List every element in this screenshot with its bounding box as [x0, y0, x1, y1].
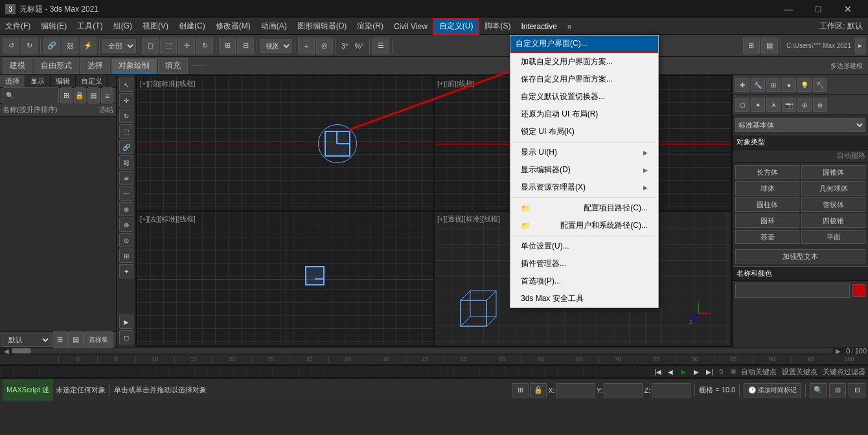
viewport-left[interactable]: [+][左][标准][线框] — [137, 212, 433, 346]
rp-shape[interactable]: ✦ — [751, 98, 765, 112]
coord-toggle[interactable]: ⊞ — [512, 383, 529, 397]
obj-teapot[interactable]: 茶壶 — [735, 230, 799, 244]
tab-object-paint[interactable]: 对象绘制 — [111, 58, 157, 74]
auto-key-btn[interactable]: 自动关键点 — [738, 367, 779, 377]
menu-modify[interactable]: 修改器(M) — [211, 18, 256, 35]
anim-track[interactable] — [0, 366, 649, 377]
cm-lock-ui[interactable]: 锁定 UI 布局(K) — [510, 123, 658, 140]
menu-edit[interactable]: 编辑(E) — [36, 18, 72, 35]
bind-button[interactable]: ⚡ — [80, 38, 97, 54]
cm-header[interactable]: 自定义用户界面(C)... — [510, 36, 658, 53]
play-btn[interactable]: ▶ — [678, 366, 689, 377]
tool-move[interactable]: ✛ — [119, 93, 133, 107]
y-input[interactable] — [604, 383, 643, 397]
panel-tab-select[interactable]: 选择 — [0, 75, 25, 87]
redo-button[interactable]: ↻ — [21, 38, 38, 54]
tool-5[interactable]: ≋ — [119, 171, 133, 185]
rp-create[interactable]: ✚ — [735, 78, 749, 92]
panel-filter[interactable]: ⊞ — [60, 87, 73, 104]
cm-show-ui[interactable]: 显示 UI(H) — [510, 144, 658, 161]
move-button[interactable]: ✛ — [178, 38, 195, 54]
obj-tube[interactable]: 管状体 — [801, 197, 865, 212]
tool-11[interactable]: ✦ — [119, 264, 133, 278]
view-btn-2[interactable]: ⊟ — [849, 383, 865, 397]
x-input[interactable] — [556, 383, 595, 397]
tab-select[interactable]: 选择 — [80, 58, 110, 74]
layer-explorer[interactable]: ▤ — [761, 38, 778, 54]
select-region-button[interactable]: ⬚ — [160, 38, 177, 54]
panel-tab-edit[interactable]: 编辑 — [51, 75, 76, 87]
menu-more[interactable]: » — [562, 18, 577, 35]
align-button[interactable]: ⊟ — [237, 38, 254, 54]
panel-new-layer[interactable]: ⊞ — [52, 331, 68, 348]
minimize-button[interactable]: — — [773, 0, 803, 18]
tool-link[interactable]: 🔗 — [119, 140, 133, 154]
tab-fill[interactable]: 填充 — [158, 58, 188, 74]
tool-select[interactable]: ↖ — [119, 78, 133, 92]
named-select[interactable]: ☰ — [372, 38, 389, 54]
panel-tab-custom[interactable]: 自定义 — [76, 75, 108, 87]
menu-graph[interactable]: 图形编辑器(D) — [292, 18, 352, 35]
obj-plane[interactable]: 平面 — [801, 230, 865, 244]
obj-box[interactable]: 长方体 — [735, 165, 799, 179]
cm-units[interactable]: 单位设置(U)... — [510, 238, 658, 255]
prev-frame-btn[interactable]: ◀ — [665, 366, 676, 377]
obj-pyramid[interactable]: 四棱锥 — [801, 214, 865, 228]
panel-layers[interactable]: ▤ — [87, 87, 100, 104]
mirror-button[interactable]: ⊞ — [219, 38, 236, 54]
rotate-button[interactable]: ↻ — [196, 38, 213, 54]
rp-space[interactable]: ⊗ — [813, 98, 827, 112]
cm-show-editor[interactable]: 显示编辑器(D) — [510, 161, 658, 179]
object-name-input[interactable] — [735, 284, 850, 298]
next-key-btn[interactable]: ▶| — [703, 366, 715, 377]
scroll-thumb[interactable] — [12, 348, 31, 353]
panel-lock[interactable]: 🔒 — [74, 87, 86, 104]
scroll-right-btn[interactable]: ▶ — [833, 346, 843, 356]
menu-render[interactable]: 渲染(R) — [352, 18, 389, 35]
viewport-top[interactable]: [+][顶][标准][线框] — [137, 76, 433, 210]
link-button[interactable]: 🔗 — [43, 38, 60, 54]
menu-interactive[interactable]: Interactive — [516, 18, 562, 35]
cm-revert-ui[interactable]: 还原为启动 UI 布局(R) — [510, 106, 658, 123]
panel-select-set[interactable]: 选择集 — [84, 331, 113, 348]
tool-8[interactable]: ⊗ — [119, 218, 133, 232]
maximize-button[interactable]: □ — [803, 0, 833, 18]
menu-tools[interactable]: 工具(T) — [72, 18, 108, 35]
tool-unlink[interactable]: ⛓ — [119, 155, 133, 170]
set-key-btn[interactable]: 设置关键点 — [779, 367, 820, 377]
cm-plugins[interactable]: 插件管理器... — [510, 255, 658, 273]
tool-animate-keys[interactable]: ◻ — [119, 330, 133, 344]
cm-security[interactable]: 3ds Max 安全工具 — [510, 290, 658, 307]
time-cursor[interactable] — [731, 369, 736, 374]
maxscript-label[interactable]: MAXScript 迷 — [3, 379, 53, 401]
scene-explorer[interactable]: ⊞ — [743, 38, 760, 54]
path-btn[interactable]: ▸ — [855, 38, 865, 54]
rp-light[interactable]: ☀ — [766, 98, 781, 112]
rp-helper[interactable]: ⊕ — [797, 98, 812, 112]
cm-config-proj[interactable]: 📁 配置项目路径(C)... — [510, 199, 658, 217]
menu-view[interactable]: 视图(V) — [137, 18, 174, 35]
obj-cylinder[interactable]: 圆柱体 — [735, 197, 799, 212]
object-category-select[interactable]: 标准基本体 — [735, 118, 865, 132]
tool-animate-play[interactable]: ▶ — [119, 315, 133, 329]
layer-select[interactable]: 默认 — [3, 333, 51, 347]
panel-tab-display[interactable]: 显示 — [25, 75, 51, 87]
select-object-button[interactable]: ◻ — [142, 38, 159, 54]
color-swatch[interactable] — [852, 284, 865, 297]
obj-sphere[interactable]: 球体 — [735, 181, 799, 195]
tool-scale[interactable]: ⬚ — [119, 124, 133, 139]
tool-rotate[interactable]: ↻ — [119, 109, 133, 123]
tool-7[interactable]: ⊕ — [119, 202, 133, 216]
tool-6[interactable]: 〰 — [119, 186, 133, 201]
cm-default-setting[interactable]: 自定义默认设置切换器... — [510, 88, 658, 106]
panel-options[interactable]: ≡ — [101, 87, 113, 104]
menu-create[interactable]: 创建(C) — [174, 18, 211, 35]
menu-civil[interactable]: Civil View — [389, 18, 433, 35]
menu-anim[interactable]: 动画(A) — [256, 18, 292, 35]
z-input[interactable] — [652, 383, 691, 397]
obj-torus[interactable]: 圆环 — [735, 214, 799, 228]
add-time-marker[interactable]: 🕐 添加时间标记 — [744, 383, 801, 397]
cm-load-ui[interactable]: 加载自定义用户界面方案... — [510, 53, 658, 71]
tool-10[interactable]: ⊞ — [119, 249, 133, 263]
tab-build[interactable]: 建模 — [3, 58, 32, 74]
